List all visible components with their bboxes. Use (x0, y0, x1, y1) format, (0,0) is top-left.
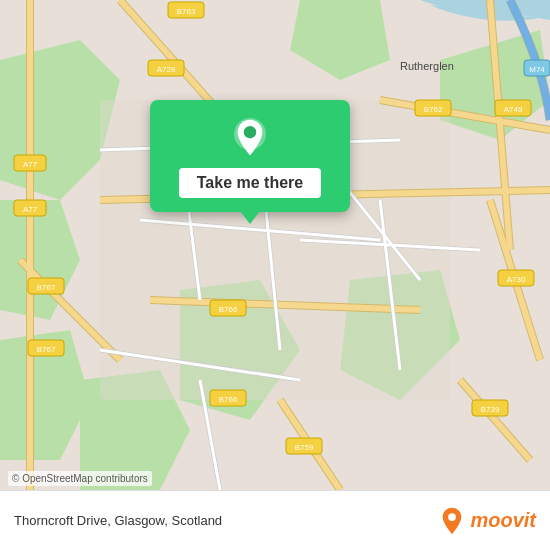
svg-text:B766: B766 (219, 305, 238, 314)
address-label: Thorncroft Drive, Glasgow, Scotland (14, 513, 438, 528)
svg-text:A749: A749 (504, 105, 523, 114)
svg-text:B762: B762 (424, 105, 443, 114)
moovit-logo: moovit (438, 507, 536, 535)
svg-text:B759: B759 (295, 443, 314, 452)
svg-text:A77: A77 (23, 160, 38, 169)
svg-point-80 (244, 126, 256, 138)
osm-credit: © OpenStreetMap contributors (8, 471, 152, 486)
svg-text:B763: B763 (177, 7, 196, 16)
moovit-text: moovit (470, 509, 536, 532)
svg-text:Rutherglen: Rutherglen (400, 60, 454, 72)
svg-text:B767: B767 (37, 345, 56, 354)
svg-text:A728: A728 (157, 65, 176, 74)
svg-text:B767: B767 (37, 283, 56, 292)
svg-text:M74: M74 (529, 65, 545, 74)
svg-text:A730: A730 (507, 275, 526, 284)
svg-point-81 (449, 513, 457, 521)
location-pin-icon (230, 118, 270, 158)
moovit-pin-icon (438, 507, 466, 535)
svg-text:B739: B739 (481, 405, 500, 414)
bottom-bar: Thorncroft Drive, Glasgow, Scotland moov… (0, 490, 550, 550)
take-me-there-button[interactable]: Take me there (179, 168, 321, 198)
svg-text:B766: B766 (219, 395, 238, 404)
svg-text:A77: A77 (23, 205, 38, 214)
map-container: A77 A77 A728 B766 B766 B766 B762 A749 A7… (0, 0, 550, 490)
location-popup[interactable]: Take me there (150, 100, 350, 212)
